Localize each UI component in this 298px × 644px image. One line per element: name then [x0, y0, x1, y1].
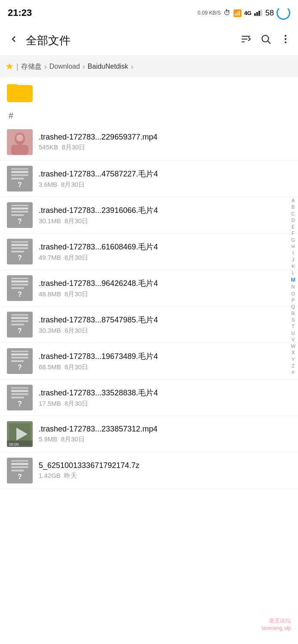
list-item[interactable]: ? .trashed-172783...23916066.毛片4 30.1MB … [0, 197, 298, 234]
svg-rect-39 [11, 317, 28, 319]
alpha-R[interactable]: R [291, 310, 296, 316]
svg-rect-44 [11, 353, 28, 355]
svg-text:?: ? [18, 218, 22, 225]
svg-rect-26 [11, 214, 24, 216]
file-icon-2: ? [7, 166, 33, 191]
svg-text:?: ? [18, 291, 22, 298]
file-meta-1: 545KB 8月30日 [39, 143, 291, 152]
back-button[interactable] [7, 32, 21, 49]
alpha-I[interactable]: I [292, 250, 295, 256]
file-icon-4: ? [7, 239, 33, 264]
file-thumbnail-9: 00:00 [7, 421, 33, 447]
file-info-8: .trashed-172783...33528838.毛片4 17.5MB 8月… [39, 388, 291, 408]
alpha-S[interactable]: S [291, 317, 295, 323]
file-info-3: .trashed-172783...23916066.毛片4 30.1MB 8月… [39, 205, 291, 225]
alpha-X[interactable]: X [291, 349, 295, 355]
file-name-4: .trashed-172783...61608469.毛片4 [39, 242, 291, 252]
alpha-K[interactable]: K [291, 263, 295, 269]
alpha-N[interactable]: N [291, 284, 296, 290]
svg-rect-25 [11, 211, 28, 213]
svg-rect-19 [11, 171, 28, 173]
alpha-P[interactable]: P [291, 297, 295, 303]
breadcrumb-arrow-1: › [44, 62, 47, 71]
section-header: # [0, 104, 298, 124]
list-item[interactable]: 00:00 .trashed-172783...233857312.mp4 5.… [0, 416, 298, 453]
file-thumbnail-1 [7, 129, 33, 155]
alpha-E[interactable]: E [291, 224, 295, 230]
file-meta-9: 5.9MB 8月30日 [39, 435, 291, 444]
list-item[interactable]: ? 5_625100133367179217​4.7z 1.42GB 昨天 [0, 453, 298, 489]
alpha-U[interactable]: U [291, 330, 296, 336]
alpha-M[interactable]: M [290, 276, 296, 284]
battery-level: 58 [265, 9, 274, 18]
file-icon-5: ? [7, 275, 33, 301]
list-item[interactable]: ? .trashed-172783...61608469.毛片4 49.7MB … [0, 234, 298, 270]
breadcrumb-storage[interactable]: 存储盘 [21, 62, 42, 71]
file-info-9: .trashed-172783...233857312.mp4 5.9MB 8月… [39, 425, 291, 444]
alpha-J[interactable]: J [291, 257, 295, 263]
alpha-G[interactable]: G [290, 237, 296, 243]
network-speed: 0.09 KB/S [198, 10, 221, 16]
svg-rect-45 [11, 357, 28, 358]
list-item[interactable]: ? .trashed-172783...19673489.毛片4 68.5MB … [0, 343, 298, 380]
alpha-D[interactable]: D [291, 217, 296, 223]
svg-text:?: ? [18, 181, 22, 188]
alpha-A[interactable]: A [291, 197, 295, 204]
svg-rect-35 [11, 284, 28, 286]
svg-text:00:00: 00:00 [9, 442, 19, 447]
file-info-4: .trashed-172783...61608469.毛片4 49.7MB 8月… [39, 242, 291, 262]
search-button[interactable] [260, 33, 271, 48]
file-name-7: .trashed-172783...19673489.毛片4 [39, 351, 291, 361]
file-meta-5: 48.8MB 8月30日 [39, 290, 291, 298]
list-item[interactable]: ? .trashed-172783...47587227.毛片4 3.6MB 8… [0, 161, 298, 197]
svg-rect-59 [11, 463, 28, 465]
clock-icon: ⏱ [224, 9, 230, 17]
watermark-line2: laowang.vip [261, 625, 291, 631]
file-meta-4: 49.7MB 8月30日 [39, 254, 291, 262]
file-meta-3: 30.1MB 8月30日 [39, 217, 291, 225]
breadcrumb-arrow-3: › [131, 62, 133, 71]
sort-button[interactable] [240, 33, 252, 48]
breadcrumb-baidunetdisk[interactable]: BaiduNetdisk [88, 63, 128, 70]
breadcrumb-arrow-2: › [83, 62, 85, 71]
alpha-L[interactable]: L [291, 270, 295, 276]
alpha-W[interactable]: W [290, 343, 296, 349]
alpha-F[interactable]: F [291, 230, 295, 236]
list-item[interactable]: .trashed-172783...229659377.mp4 545KB 8月… [0, 124, 298, 161]
signal-bars-icon [254, 9, 263, 17]
svg-rect-46 [11, 360, 24, 362]
more-button[interactable] [280, 33, 291, 48]
alpha-hash[interactable]: # [291, 369, 295, 375]
file-name-9: .trashed-172783...233857312.mp4 [39, 425, 291, 434]
svg-point-7 [262, 35, 268, 42]
svg-point-10 [285, 38, 286, 40]
file-info-1: .trashed-172783...229659377.mp4 545KB 8月… [39, 133, 291, 152]
alpha-Z[interactable]: Z [291, 363, 295, 369]
file-icon-7: ? [7, 348, 33, 374]
svg-point-9 [285, 35, 286, 36]
file-name-10: 5_625100133367179217​4.7z [39, 461, 291, 470]
list-item[interactable]: ? .trashed-172783...96426248.毛片4 48.8MB … [0, 270, 298, 307]
list-item[interactable]: ? .trashed-172783...87547985.毛片4 30.3MB … [0, 307, 298, 343]
alpha-T[interactable]: T [291, 323, 295, 329]
alpha-O[interactable]: O [290, 291, 296, 297]
svg-rect-20 [11, 174, 28, 176]
file-icon-6: ? [7, 312, 33, 337]
alpha-H[interactable]: H [291, 243, 296, 249]
alpha-Y[interactable]: Y [291, 356, 295, 362]
alpha-Q[interactable]: Q [290, 304, 296, 310]
svg-rect-60 [11, 466, 28, 468]
alpha-C[interactable]: C [291, 211, 296, 217]
file-info-6: .trashed-172783...87547985.毛片4 30.3MB 8月… [39, 315, 291, 335]
signal-icon: 4G [244, 10, 252, 16]
alphabet-index: A B C D E F G H I J K L M N O P Q R S T … [290, 197, 296, 376]
toolbar-actions [240, 33, 291, 48]
svg-text:?: ? [18, 364, 22, 371]
breadcrumb-download[interactable]: Download [49, 63, 80, 70]
toolbar: 全部文件 [0, 26, 298, 56]
breadcrumb-star-icon[interactable]: ★ [5, 61, 14, 72]
alpha-B[interactable]: B [291, 204, 295, 210]
svg-rect-21 [11, 178, 24, 179]
list-item[interactable]: ? .trashed-172783...33528838.毛片4 17.5MB … [0, 380, 298, 416]
alpha-V[interactable]: V [291, 337, 295, 343]
